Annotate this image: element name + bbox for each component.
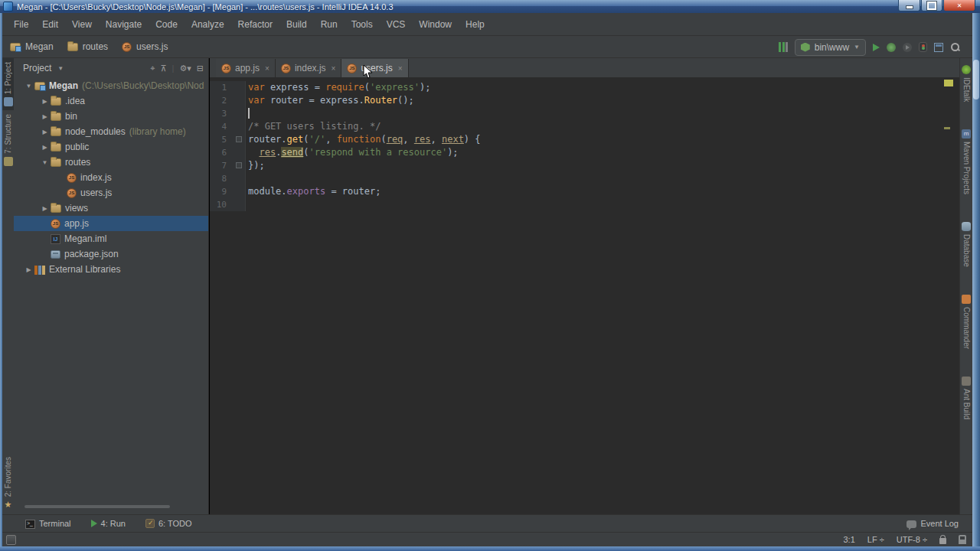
tree-item-views[interactable]: ▶views xyxy=(14,201,208,216)
breadcrumb-item[interactable]: routes xyxy=(67,41,108,52)
close-tab-icon[interactable]: × xyxy=(332,64,336,73)
expand-arrow-icon[interactable]: ▶ xyxy=(23,266,34,273)
code-line[interactable]: 3 xyxy=(210,107,960,120)
maximize-button[interactable] xyxy=(921,0,942,11)
code-line[interactable]: 8 xyxy=(210,172,960,185)
code-area[interactable]: 1var express = require('express');2var r… xyxy=(210,78,960,211)
tree-item-index-js[interactable]: index.js xyxy=(14,170,208,185)
status-item[interactable]: LF ÷ xyxy=(867,535,884,544)
expand-arrow-icon[interactable]: ▶ xyxy=(39,205,51,212)
tree-item-external-libraries[interactable]: ▶External Libraries xyxy=(14,262,208,277)
code-segment: get xyxy=(287,134,304,145)
tree-item-routes[interactable]: ▼routes xyxy=(14,155,208,170)
line-number: 9 xyxy=(210,185,227,198)
code-line[interactable]: 10 xyxy=(210,198,960,211)
tab-label: index.js xyxy=(295,63,326,73)
close-button[interactable]: ✕ xyxy=(943,0,975,11)
tool-stripe-2-favorites[interactable]: 2: Favorites★ xyxy=(2,453,14,513)
tool-stripe-idetalk[interactable]: IDEtalk xyxy=(960,61,972,106)
menu-help[interactable]: Help xyxy=(459,17,492,32)
project-icon xyxy=(10,43,21,51)
status-item[interactable]: UTF-8 ÷ xyxy=(897,535,927,544)
chevron-down-icon[interactable]: ▼ xyxy=(57,65,64,72)
eventlog-icon xyxy=(906,520,916,528)
menu-window[interactable]: Window xyxy=(412,17,459,32)
restore-layout-icon[interactable] xyxy=(934,43,943,52)
menu-analyze[interactable]: Analyze xyxy=(185,17,231,32)
tab-users-js[interactable]: users.js× xyxy=(341,59,408,77)
close-tab-icon[interactable]: × xyxy=(265,64,270,73)
fold-marker-icon[interactable] xyxy=(236,136,242,142)
coverage-button[interactable] xyxy=(903,43,912,52)
expand-arrow-icon[interactable]: ▶ xyxy=(39,129,51,135)
read-only-icon[interactable] xyxy=(939,538,946,544)
tool-button-4-run[interactable]: 4: Run xyxy=(91,519,126,528)
close-tab-icon[interactable]: × xyxy=(398,64,403,73)
tool-window-toggle-icon[interactable] xyxy=(6,535,16,545)
debug-button[interactable] xyxy=(887,43,896,52)
collapse-arrow-icon[interactable]: ▼ xyxy=(23,83,34,90)
menu-tools[interactable]: Tools xyxy=(345,17,380,32)
tab-app-js[interactable]: app.js× xyxy=(216,59,276,77)
tool-stripe-commander[interactable]: Commander xyxy=(960,291,972,353)
code-line[interactable]: 4/* GET users listing. */ xyxy=(210,120,960,133)
collapse-all-icon[interactable]: ⊼ xyxy=(160,64,166,73)
menu-vcs[interactable]: VCS xyxy=(380,17,413,32)
expand-arrow-icon[interactable]: ▶ xyxy=(39,113,51,120)
menu-run[interactable]: Run xyxy=(314,17,345,32)
fold-marker-icon[interactable] xyxy=(236,162,242,168)
gear-icon[interactable]: ⚙▾ xyxy=(179,64,191,73)
menu-edit[interactable]: Edit xyxy=(35,17,65,32)
tree-item-node-modules[interactable]: ▶node_modules(library home) xyxy=(14,124,208,139)
tool-stripe-database[interactable]: Database xyxy=(960,218,972,271)
code-line[interactable]: 5router.get('/', function(req, res, next… xyxy=(210,133,960,146)
tree-item-label: views xyxy=(65,203,88,214)
run-config-select[interactable]: bin\www ▼ xyxy=(795,39,866,56)
tree-item-app-js[interactable]: app.js xyxy=(14,216,208,231)
tool-stripe-maven-projects[interactable]: mMaven Projects xyxy=(960,126,972,198)
scroll-from-source-icon[interactable]: ⌖ xyxy=(150,64,155,73)
menu-navigate[interactable]: Navigate xyxy=(99,17,149,32)
tab-index-js[interactable]: index.js× xyxy=(276,59,342,77)
breadcrumb-item[interactable]: Megan xyxy=(10,41,54,52)
menu-view[interactable]: View xyxy=(65,17,99,32)
minimize-button[interactable] xyxy=(898,0,920,11)
tool-stripe-1-project[interactable]: 1: Project xyxy=(2,58,14,110)
collapse-arrow-icon[interactable]: ▼ xyxy=(39,159,51,166)
project-panel-title[interactable]: Project xyxy=(23,63,51,73)
tree-item--idea[interactable]: ▶.idea xyxy=(14,93,208,109)
menu-refactor[interactable]: Refactor xyxy=(231,17,279,32)
tool-stripe-7-structure[interactable]: 7: Structure xyxy=(2,110,14,170)
search-everywhere-icon[interactable] xyxy=(950,42,960,52)
status-item[interactable]: 3:1 xyxy=(844,535,855,544)
tree-item-megan[interactable]: ▼Megan(C:\Users\Bucky\Desktop\Nod xyxy=(14,78,208,93)
code-line[interactable]: 6 res.send('respond with a resource'); xyxy=(210,146,960,159)
tree-item-bin[interactable]: ▶bin xyxy=(14,109,208,124)
menu-build[interactable]: Build xyxy=(279,17,314,32)
tool-stripe-ant-build[interactable]: Ant Build xyxy=(960,373,972,423)
expand-arrow-icon[interactable]: ▶ xyxy=(39,144,51,151)
code-line[interactable]: 9module.exports = router; xyxy=(210,185,960,198)
tree-item-public[interactable]: ▶public xyxy=(14,139,208,155)
expand-arrow-icon[interactable]: ▶ xyxy=(39,98,51,105)
tool-button-terminal[interactable]: Terminal xyxy=(25,519,71,529)
tree-item-users-js[interactable]: users.js xyxy=(14,185,208,201)
code-line[interactable]: 2var router = express.Router(); xyxy=(210,94,960,107)
hide-panel-icon[interactable]: ⊟ xyxy=(197,64,204,73)
breadcrumb-item[interactable]: users.js xyxy=(122,41,168,52)
run-button[interactable] xyxy=(873,44,880,51)
menu-file[interactable]: File xyxy=(7,17,35,32)
tree-item-megan-iml[interactable]: Megan.iml xyxy=(14,231,208,246)
tool-button-event-log[interactable]: Event Log xyxy=(906,519,959,528)
menu-code[interactable]: Code xyxy=(149,17,185,32)
code-line[interactable]: 7}); xyxy=(210,159,960,172)
tree-item-package-json[interactable]: package.json xyxy=(14,246,208,262)
editor[interactable]: app.js×index.js×users.js× 1var express =… xyxy=(210,58,960,514)
tool-button-6-todo[interactable]: 6: TODO xyxy=(145,519,192,528)
changes-icon[interactable] xyxy=(919,42,927,52)
code-line[interactable]: 1var express = require('express'); xyxy=(210,81,960,94)
hector-inspector-icon[interactable] xyxy=(959,535,966,544)
project-panel-hscrollbar[interactable] xyxy=(24,505,170,508)
compile-icon[interactable] xyxy=(779,42,788,52)
js-icon xyxy=(122,42,132,52)
